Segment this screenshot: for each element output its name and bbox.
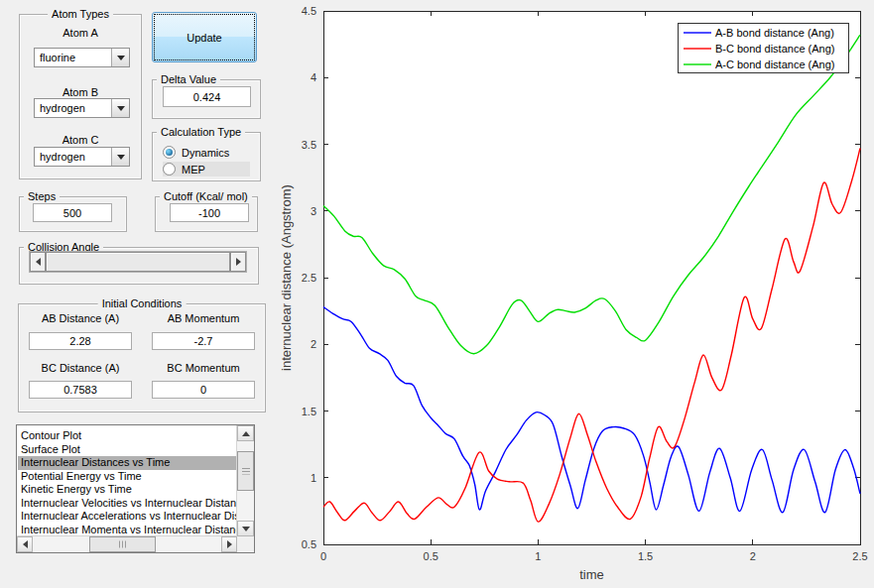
atom-types-panel: Atom Types Atom A fluorine Atom B hydrog… <box>19 14 142 179</box>
x-tick-label: 2 <box>750 550 756 562</box>
atom-b-select[interactable]: hydrogen <box>34 98 130 118</box>
plot-type-listbox[interactable]: Contour Plot Surface Plot Internuclear D… <box>16 424 255 553</box>
scrollbar-corner <box>237 536 254 552</box>
list-item-surface-plot[interactable]: Surface Plot <box>18 443 237 457</box>
legend-label-1: B-C bond distance (Ang) <box>715 43 834 55</box>
grip-icon <box>119 541 127 548</box>
chevron-down-icon <box>117 106 125 111</box>
arrow-down-icon <box>242 527 250 531</box>
radio-mep[interactable]: MEP <box>163 162 250 176</box>
arrow-left-icon <box>36 258 41 266</box>
slider-right-arrow[interactable] <box>230 252 246 272</box>
radio-button-icon[interactable] <box>163 146 176 159</box>
list-item-internuclear-momenta[interactable]: Internuclear Momenta vs Internuclear Dis… <box>18 524 237 537</box>
list-item-internuclear-velocities[interactable]: Internuclear Velocities vs Internuclear … <box>18 497 237 511</box>
calculation-type-panel: Calculation Type Dynamics MEP <box>152 132 261 181</box>
arrow-up-icon <box>242 431 250 436</box>
y-tick-label: 4.5 <box>302 5 316 17</box>
scroll-up-button[interactable] <box>237 425 254 441</box>
y-axis-label: internuclear distance (Angstrom) <box>279 184 294 371</box>
delta-value-panel: Delta Value <box>152 79 261 119</box>
arrow-left-icon <box>23 540 28 548</box>
slider-thumb[interactable] <box>46 252 230 272</box>
atom-a-label: Atom A <box>20 27 141 39</box>
app-window: 00.511.522.50.511.522.533.544.5timeinter… <box>0 0 874 588</box>
bc-distance-label: BC Distance (A) <box>29 362 132 374</box>
ab-momentum-label: AB Momentum <box>152 312 255 324</box>
x-tick-label: 0.5 <box>424 550 438 562</box>
legend-label-2: A-C bond distance (Ang) <box>715 59 834 70</box>
radio-button-icon[interactable] <box>163 163 176 176</box>
delta-value-input[interactable] <box>163 86 251 107</box>
atom-c-select[interactable]: hydrogen <box>34 147 130 167</box>
vertical-scrollbar[interactable] <box>236 425 254 536</box>
scroll-right-button[interactable] <box>221 536 237 552</box>
horizontal-scrollbar[interactable] <box>17 535 237 552</box>
arrow-right-icon <box>227 540 232 548</box>
y-tick-label: 2.5 <box>302 272 316 284</box>
y-tick-label: 1.5 <box>302 406 316 417</box>
steps-input[interactable] <box>33 203 112 222</box>
calculation-type-title: Calculation Type <box>157 126 245 138</box>
y-tick-label: 3 <box>311 205 316 217</box>
ab-distance-input[interactable] <box>29 332 132 350</box>
cutoff-title: Cutoff (Kcal/ mol) <box>160 190 252 202</box>
list-item-potential-energy[interactable]: Potential Energy vs Time <box>18 470 237 484</box>
legend-label-0: A-B bond distance (Ang) <box>715 27 834 39</box>
x-tick-label: 0 <box>320 550 326 562</box>
y-tick-label: 3.5 <box>302 139 316 151</box>
collision-angle-panel: Collision Angle <box>19 247 259 285</box>
steps-title: Steps <box>24 190 60 202</box>
bc-distance-input[interactable] <box>29 381 132 399</box>
x-axis-label: time <box>579 567 604 582</box>
atom-types-panel-title: Atom Types <box>48 8 113 20</box>
list-item-internuclear-distances[interactable]: Internuclear Distances vs Time <box>18 456 237 470</box>
ab-distance-label: AB Distance (A) <box>29 312 132 324</box>
grip-icon <box>242 468 250 475</box>
plot-type-list: Contour Plot Surface Plot Internuclear D… <box>18 429 237 536</box>
vertical-scroll-thumb[interactable] <box>237 451 254 491</box>
atom-c-label: Atom C <box>20 134 141 146</box>
y-tick-label: 2 <box>311 338 316 350</box>
horizontal-scroll-thumb[interactable] <box>89 536 156 552</box>
scroll-down-button[interactable] <box>237 521 254 536</box>
dropdown-arrow-icon[interactable] <box>111 148 129 166</box>
update-button[interactable]: Update <box>152 12 257 62</box>
cutoff-input[interactable] <box>170 203 249 222</box>
bc-momentum-input[interactable] <box>152 381 255 399</box>
y-tick-label: 0.5 <box>302 538 316 550</box>
collision-angle-slider[interactable] <box>29 251 247 273</box>
chevron-down-icon <box>117 56 125 60</box>
y-tick-label: 4 <box>311 71 316 83</box>
arrow-right-icon <box>236 258 241 266</box>
list-item-internuclear-accelerations[interactable]: Internuclear Accelerations vs Internucle… <box>18 510 237 524</box>
steps-panel: Steps <box>19 196 127 232</box>
delta-value-title: Delta Value <box>157 73 220 85</box>
dropdown-arrow-icon[interactable] <box>111 99 129 117</box>
radio-mep-label: MEP <box>182 164 205 176</box>
list-item-kinetic-energy[interactable]: Kinetic Energy vs Time <box>18 483 237 497</box>
initial-conditions-panel: Initial Conditions AB Distance (A) AB Mo… <box>18 303 266 412</box>
dropdown-arrow-icon[interactable] <box>111 49 129 66</box>
list-item-contour-plot[interactable]: Contour Plot <box>18 429 237 443</box>
atom-b-value: hydrogen <box>40 101 85 116</box>
y-tick-label: 1 <box>311 472 316 484</box>
ab-momentum-input[interactable] <box>152 332 255 350</box>
chevron-down-icon <box>117 155 125 160</box>
atom-c-value: hydrogen <box>40 150 85 165</box>
radio-dynamics[interactable]: Dynamics <box>163 145 229 160</box>
atom-a-value: fluorine <box>40 51 75 65</box>
atom-a-select[interactable]: fluorine <box>34 48 130 67</box>
x-tick-label: 1.5 <box>638 550 653 562</box>
radio-dynamics-label: Dynamics <box>182 147 229 159</box>
slider-left-arrow[interactable] <box>30 252 46 272</box>
scroll-left-button[interactable] <box>17 536 33 552</box>
atom-b-label: Atom B <box>20 86 141 98</box>
cutoff-panel: Cutoff (Kcal/ mol) <box>155 196 258 232</box>
x-tick-label: 2.5 <box>852 550 867 562</box>
x-tick-label: 1 <box>535 550 541 562</box>
bc-momentum-label: BC Momentum <box>152 362 255 374</box>
initial-conditions-title: Initial Conditions <box>98 297 187 309</box>
